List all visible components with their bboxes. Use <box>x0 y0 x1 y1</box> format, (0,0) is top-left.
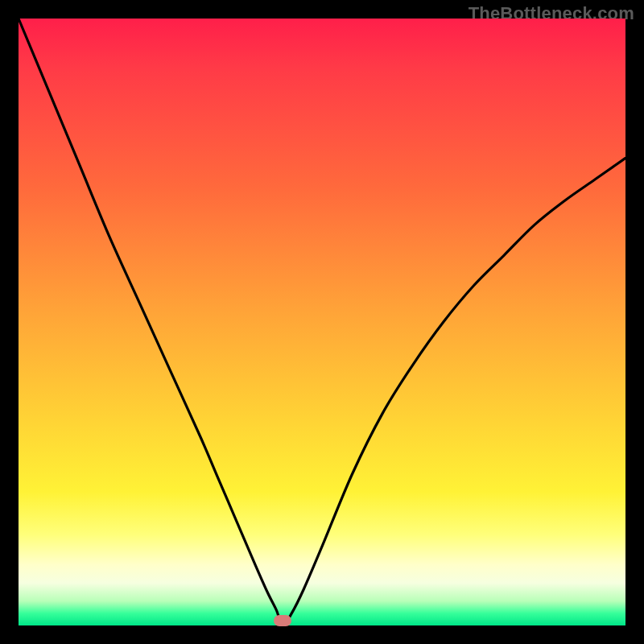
bottleneck-curve <box>19 19 625 625</box>
minimum-marker <box>274 615 291 626</box>
plot-area <box>19 19 625 625</box>
chart-frame: TheBottleneck.com <box>0 0 644 644</box>
